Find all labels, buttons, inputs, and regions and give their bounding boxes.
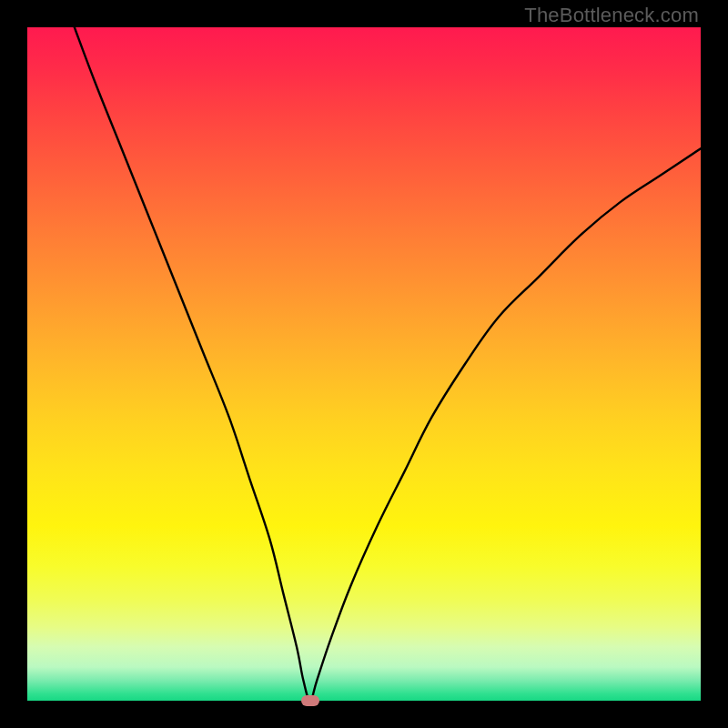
chart-frame: TheBottleneck.com (0, 0, 728, 728)
plot-area (27, 27, 701, 701)
bottleneck-curve (27, 27, 701, 701)
optimal-point-marker (301, 695, 319, 706)
watermark-text: TheBottleneck.com (524, 4, 699, 27)
